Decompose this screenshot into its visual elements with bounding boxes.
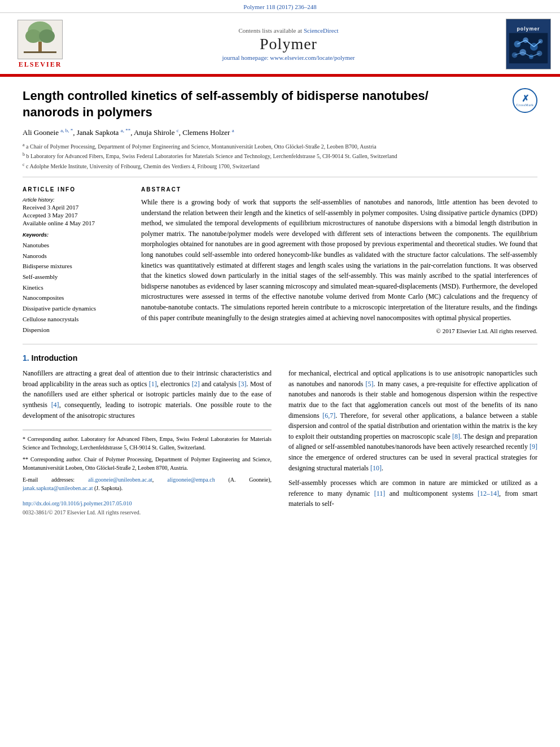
affiliation-a: a a Chair of Polymer Processing, Departm… (23, 142, 504, 151)
sciencedirect-link[interactable]: ScienceDirect (304, 27, 339, 34)
article-title-area: Length controlled kinetics of self-assem… (23, 88, 504, 171)
polymer-cover-image: polymer (506, 19, 551, 69)
article-history: Article history: Received 3 April 2017 A… (23, 197, 124, 226)
abstract-text: While there is a growing body of work th… (141, 197, 537, 323)
footnote-emails: E-mail addresses: ali.gooneie@unileoben.… (23, 475, 272, 492)
introduction-section: 1. Introduction Nanofillers are attracti… (23, 344, 537, 517)
journal-url[interactable]: journal homepage: www.elsevier.com/locat… (77, 54, 500, 61)
section-label: Introduction (32, 353, 78, 362)
history-label: Article history: (23, 197, 124, 203)
crossmark-area: ✗ CrossMark (509, 88, 537, 113)
main-content: Length controlled kinetics of self-assem… (0, 77, 560, 517)
intro-para-right-1: for mechanical, electrical and optical a… (288, 368, 537, 473)
received-date: Received 3 April 2017 (23, 204, 124, 211)
journal-title-area: Contents lists available at ScienceDirec… (77, 27, 500, 61)
journal-header: ELSEVIER Contents lists available at Sci… (0, 13, 560, 75)
svg-rect-4 (38, 42, 42, 52)
email-link-2[interactable]: aligooneie@empa.ch (167, 477, 215, 483)
affiliation-c: c c Adolphe Merkle Institute, University… (23, 161, 504, 171)
keyword-self-assembly: Self-assembly (23, 272, 124, 282)
article-title: Length controlled kinetics of self-assem… (23, 88, 504, 120)
svg-rect-8 (509, 33, 548, 63)
introduction-body: Nanofillers are attracting a great deal … (23, 368, 537, 517)
affiliation-b: b b Laboratory for Advanced Fibers, Empa… (23, 151, 504, 161)
keyword-kinetics: Kinetics (23, 282, 124, 293)
footnote-star2: ** Corresponding author. Chair of Polyme… (23, 455, 272, 472)
doi-line[interactable]: http://dx.doi.org/10.1016/j.polymer.2017… (23, 499, 272, 508)
keyword-nanocomposites: Nanocomposites (23, 292, 124, 303)
intro-col-left: Nanofillers are attracting a great deal … (23, 368, 272, 517)
elsevier-wordmark: ELSEVIER (19, 60, 62, 69)
abstract-copyright: © 2017 Elsevier Ltd. All rights reserved… (141, 327, 537, 334)
keywords-section: Keywords: Nanotubes Nanorods Bidisperse … (23, 232, 124, 335)
abstract-heading: ABSTRACT (141, 186, 537, 193)
footnote-star1: * Corresponding author. Laboratory for A… (23, 435, 272, 452)
svg-point-3 (39, 29, 55, 43)
introduction-heading: 1. Introduction (23, 353, 537, 362)
issn-line: 0032-3861/© 2017 Elsevier Ltd. All right… (23, 508, 272, 517)
keyword-dpd: Dissipative particle dynamics (23, 303, 124, 314)
svg-point-2 (25, 29, 41, 43)
keyword-dispersion: Dispersion (23, 325, 124, 335)
keyword-nanorods: Nanorods (23, 251, 124, 261)
elsevier-logo: ELSEVIER (9, 20, 71, 69)
svg-point-16 (512, 53, 518, 58)
abstract-panel: ABSTRACT While there is a growing body o… (141, 186, 537, 335)
sciencedirect-line: Contents lists available at ScienceDirec… (77, 27, 500, 34)
keyword-bidisperse: Bidisperse mixtures (23, 261, 124, 272)
affiliations: a a Chair of Polymer Processing, Departm… (23, 142, 504, 171)
elsevier-tree-image (18, 20, 63, 59)
footnotes: * Corresponding author. Laboratory for A… (23, 430, 272, 492)
article-info-abstract: ARTICLE INFO Article history: Received 3… (23, 177, 537, 344)
intro-para-1: Nanofillers are attracting a great deal … (23, 368, 272, 421)
keywords-label: Keywords: (23, 232, 124, 238)
article-info-panel: ARTICLE INFO Article history: Received 3… (23, 186, 124, 335)
crossmark-x: ✗ (522, 94, 529, 103)
authors-line: Ali Gooneie a, b, *, Janak Sapkota a, **… (23, 127, 504, 138)
crossmark-label: CrossMark (516, 103, 533, 107)
keyword-nanotubes: Nanotubes (23, 240, 124, 251)
intro-para-right-2: Self-assembly processes which are common… (288, 478, 537, 509)
section-number: 1. (23, 353, 29, 362)
keyword-cellulose: Cellulose nanocrystals (23, 314, 124, 325)
journal-name: Polymer (77, 35, 500, 53)
svg-text:polymer: polymer (517, 26, 540, 32)
accepted-date: Accepted 3 May 2017 (23, 212, 124, 219)
intro-col-right: for mechanical, electrical and optical a… (288, 368, 537, 517)
article-info-heading: ARTICLE INFO (23, 186, 124, 193)
available-date: Available online 4 May 2017 (23, 220, 124, 226)
crossmark-badge[interactable]: ✗ CrossMark (513, 88, 537, 113)
journal-citation: Polymer 118 (2017) 236–248 (0, 0, 560, 13)
email-link-1[interactable]: ali.gooneie@unileoben.ac.at (88, 477, 152, 483)
article-header: Length controlled kinetics of self-assem… (23, 77, 537, 177)
email-link-3[interactable]: janak.sapkota@unileoben.ac.at (23, 485, 93, 491)
svg-rect-5 (24, 51, 56, 53)
